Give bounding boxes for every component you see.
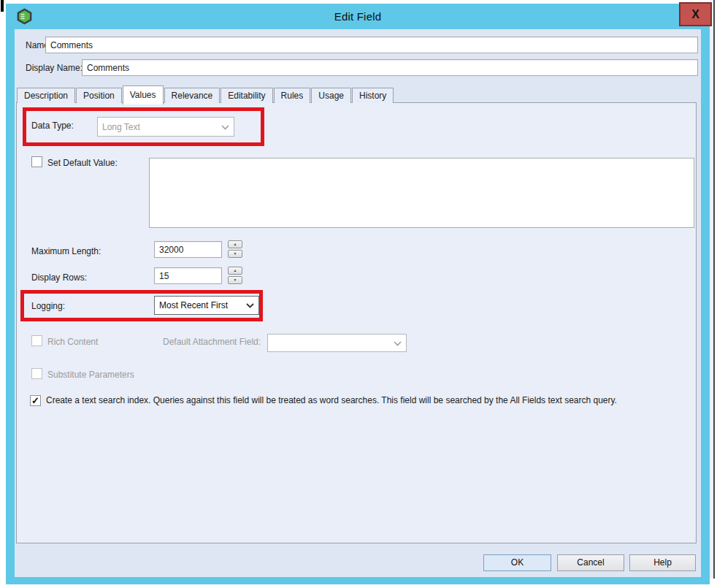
display-name-input[interactable] <box>82 59 698 76</box>
edit-field-dialog: Edit Field Name: Display Name: Descripti… <box>6 4 710 584</box>
tab-position[interactable]: Position <box>76 88 122 103</box>
background-window-edge <box>713 0 715 579</box>
spin-up-icon[interactable]: ▲ <box>228 240 242 248</box>
rich-content-label: Rich Content <box>47 337 98 347</box>
values-tab-panel: Data Type: Long Text Set Default Value: … <box>16 102 697 543</box>
spin-down-icon[interactable]: ▼ <box>228 250 242 258</box>
display-name-label: Display Name: <box>26 63 83 73</box>
check-icon: ✓ <box>31 395 39 406</box>
set-default-value-checkbox[interactable] <box>31 156 42 167</box>
tab-rules[interactable]: Rules <box>274 88 311 103</box>
cancel-button[interactable]: Cancel <box>557 554 624 571</box>
maximum-length-stepper: ▲ ▼ <box>228 240 242 258</box>
data-type-value: Long Text <box>102 122 218 132</box>
default-attachment-field-label: Default Attachment Field: <box>163 337 261 347</box>
dialog-body: Name: Display Name: Description Position… <box>15 29 701 577</box>
help-button[interactable]: Help <box>629 554 696 571</box>
substitute-parameters-label: Substitute Parameters <box>47 370 134 380</box>
tab-description[interactable]: Description <box>17 88 75 103</box>
tab-history[interactable]: History <box>352 88 394 103</box>
logging-dropdown[interactable]: Most Recent First <box>154 296 259 315</box>
logging-value: Most Recent First <box>159 300 243 310</box>
display-rows-input[interactable] <box>154 267 222 284</box>
set-default-value-label: Set Default Value: <box>47 158 118 168</box>
default-attachment-field-dropdown <box>267 334 407 352</box>
tab-usage[interactable]: Usage <box>311 88 351 103</box>
create-search-index-checkbox[interactable]: ✓ <box>30 395 41 406</box>
default-value-textarea[interactable] <box>149 158 694 228</box>
tab-values[interactable]: Values <box>123 85 164 104</box>
tab-relevance[interactable]: Relevance <box>164 88 221 103</box>
tab-bar: Description Position Values Relevance Ed… <box>17 85 394 103</box>
tab-editability[interactable]: Editability <box>221 88 272 103</box>
display-rows-label: Display Rows: <box>31 272 87 283</box>
spin-up-icon[interactable]: ▲ <box>228 267 242 275</box>
close-button[interactable]: X <box>679 2 712 26</box>
substitute-parameters-checkbox <box>31 368 42 379</box>
maximum-length-label: Maximum Length: <box>31 246 101 256</box>
chevron-down-icon <box>246 300 254 310</box>
chevron-down-icon <box>221 122 229 132</box>
rich-content-checkbox <box>31 335 42 346</box>
chevron-down-icon <box>394 338 402 348</box>
dialog-titlebar[interactable]: Edit Field <box>6 4 710 29</box>
spin-down-icon[interactable]: ▼ <box>228 276 242 284</box>
data-type-label: Data Type: <box>31 121 74 131</box>
screen: Edit Field Name: Display Name: Descripti… <box>0 0 717 588</box>
background-window-fragment <box>1 0 4 12</box>
ok-button[interactable]: OK <box>483 554 551 571</box>
display-rows-stepper: ▲ ▼ <box>228 267 242 284</box>
maximum-length-input[interactable] <box>154 241 222 258</box>
create-search-index-label: Create a text search index. Queries agai… <box>46 394 683 407</box>
dialog-title: Edit Field <box>6 4 710 29</box>
data-type-dropdown[interactable]: Long Text <box>97 117 234 137</box>
logging-label: Logging: <box>31 301 65 311</box>
name-input[interactable] <box>45 37 698 53</box>
